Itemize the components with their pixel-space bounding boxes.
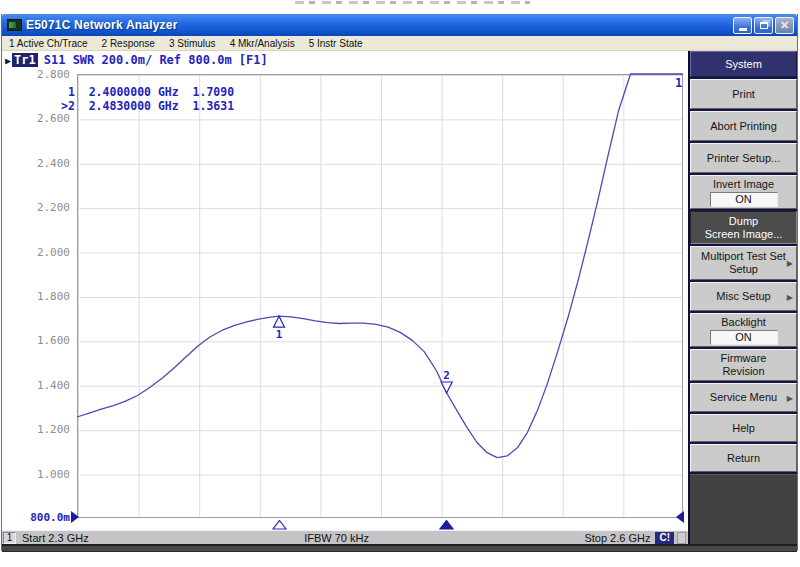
ifbw-label: IFBW 70 kHz xyxy=(304,532,369,544)
y-axis-label: 1.200 xyxy=(22,423,70,436)
stop-frequency-label: Stop 2.6 GHz xyxy=(584,532,650,544)
window-content: ▶Tr1S11 SWR 200.0m/ Ref 800.0m [F1] 2.80… xyxy=(2,51,797,544)
softkey-label: Screen Image... xyxy=(705,228,783,241)
submenu-arrow-icon: ▶ xyxy=(787,391,793,404)
softkey-print[interactable]: Print xyxy=(690,79,797,109)
close-icon: ✕ xyxy=(780,20,789,31)
title-bar: E5071C Network Analyzer ✕ xyxy=(2,14,797,36)
softkey-return[interactable]: Return xyxy=(690,444,797,472)
menu-item-3-stimulus[interactable]: 3 Stimulus xyxy=(162,38,223,49)
trace-badge: Tr1 xyxy=(12,53,38,67)
softkey-dump-screen-image[interactable]: DumpScreen Image... xyxy=(690,211,797,244)
trace-status-line[interactable]: ▶Tr1S11 SWR 200.0m/ Ref 800.0m [F1] xyxy=(5,53,268,67)
softkey-firmware-revision[interactable]: FirmwareRevision xyxy=(690,349,797,381)
marker-2-icon[interactable] xyxy=(441,382,452,393)
softkey-label: Setup xyxy=(729,263,758,276)
menu-item-1-active-ch-trace[interactable]: 1 Active Ch/Trace xyxy=(2,38,95,49)
y-axis-label: 1.400 xyxy=(22,379,70,392)
y-axis-label: 1.600 xyxy=(22,334,70,347)
softkey-menu-empty-area xyxy=(690,474,797,544)
toggle-state-invert-image[interactable]: ON xyxy=(710,192,778,207)
trace-measurement: S11 xyxy=(44,53,66,67)
window-title: E5071C Network Analyzer xyxy=(26,18,731,32)
start-frequency-label: Start 2.3 GHz xyxy=(16,532,89,544)
softkey-label: Dump xyxy=(729,215,758,228)
y-axis-label: 2.400 xyxy=(22,157,70,170)
y-axis-label: 2.600 xyxy=(22,112,70,125)
softkey-label: Abort Printing xyxy=(710,120,777,133)
minimize-icon xyxy=(739,28,747,31)
trace-plot: 112 xyxy=(77,74,683,518)
softkey-invert-image[interactable]: Invert ImageON xyxy=(690,175,797,209)
y-axis-label: 2.800 xyxy=(22,68,70,81)
softkey-label: Multiport Test Set xyxy=(701,250,786,263)
submenu-arrow-icon: ▶ xyxy=(787,257,793,270)
status-bar: 1 Start 2.3 GHz IFBW 70 kHz Stop 2.6 GHz… xyxy=(2,530,688,544)
softkey-label: Invert Image xyxy=(713,178,774,191)
softkey-label: Revision xyxy=(722,365,764,378)
restore-button[interactable] xyxy=(754,17,773,34)
channel-number-box: 1 xyxy=(3,532,16,544)
marker-1-icon[interactable] xyxy=(274,316,285,327)
softkey-label: Return xyxy=(727,452,760,465)
screen-column: ▶Tr1S11 SWR 200.0m/ Ref 800.0m [F1] 2.80… xyxy=(2,51,688,544)
softkey-label: Help xyxy=(732,422,755,435)
softkey-label: Printer Setup... xyxy=(707,152,780,165)
close-button[interactable]: ✕ xyxy=(775,17,794,34)
marker-1-number: 1 xyxy=(276,328,283,341)
toggle-state-backlight[interactable]: ON xyxy=(710,330,778,345)
softkey-label: Firmware xyxy=(721,352,767,365)
softkey-misc-setup[interactable]: Misc Setup▶ xyxy=(690,282,797,311)
calibration-status-badge: C! xyxy=(655,532,674,544)
trace-number-label: 1 xyxy=(675,76,682,90)
marker-2-stimulus-triangle-icon[interactable] xyxy=(439,520,454,530)
trace-pointer-icon: ▶ xyxy=(5,55,11,66)
status-end-box xyxy=(677,532,686,544)
trace-format: SWR xyxy=(73,53,95,67)
cropped-text-artifact xyxy=(295,1,530,4)
trace-ref: Ref 800.0m xyxy=(159,53,231,67)
softkey-menu: System PrintAbort PrintingPrinter Setup.… xyxy=(688,51,797,544)
trace-flag: [F1] xyxy=(239,53,268,67)
y-axis-label: 2.000 xyxy=(22,246,70,259)
swr-trace xyxy=(77,74,683,458)
app-window: E5071C Network Analyzer ✕ 1 Active Ch/Tr… xyxy=(1,14,798,551)
y-axis-label: 2.200 xyxy=(22,201,70,214)
submenu-arrow-icon: ▶ xyxy=(787,290,793,303)
softkey-backlight[interactable]: BacklightON xyxy=(690,313,797,347)
marker-2-number: 2 xyxy=(443,369,450,382)
y-axis-label: 1.000 xyxy=(22,468,70,481)
softkey-label: Service Menu xyxy=(710,391,777,404)
marker-1-stimulus-triangle-icon[interactable] xyxy=(272,520,287,530)
y-axis-label: 1.800 xyxy=(22,290,70,303)
window-bottom-strip xyxy=(2,544,797,552)
page: E5071C Network Analyzer ✕ 1 Active Ch/Tr… xyxy=(0,0,800,567)
softkey-printer-setup[interactable]: Printer Setup... xyxy=(690,143,797,173)
menu-item-4-mkr-analysis[interactable]: 4 Mkr/Analysis xyxy=(223,38,302,49)
softkey-label: Backlight xyxy=(721,316,766,329)
restore-icon xyxy=(760,22,768,29)
softkey-abort-printing[interactable]: Abort Printing xyxy=(690,111,797,141)
menu-item-5-instr-state[interactable]: 5 Instr State xyxy=(302,38,370,49)
softkey-label: Misc Setup xyxy=(716,290,770,303)
app-icon xyxy=(7,19,22,31)
y-axis-ref-label: 800.0m xyxy=(22,511,70,524)
instrument-screen: ▶Tr1S11 SWR 200.0m/ Ref 800.0m [F1] 2.80… xyxy=(2,51,688,530)
softkey-help[interactable]: Help xyxy=(690,414,797,442)
softkey-service-menu[interactable]: Service Menu▶ xyxy=(690,383,797,412)
softkey-menu-header: System xyxy=(690,51,797,77)
softkey-multiport-test-set-setup[interactable]: Multiport Test SetSetup▶ xyxy=(690,246,797,280)
menu-item-2-response[interactable]: 2 Response xyxy=(95,38,162,49)
minimize-button[interactable] xyxy=(733,17,752,34)
menu-bar: 1 Active Ch/Trace2 Response3 Stimulus4 M… xyxy=(2,36,797,51)
trace-scale: 200.0m/ xyxy=(102,53,153,67)
softkey-label: Print xyxy=(732,88,755,101)
